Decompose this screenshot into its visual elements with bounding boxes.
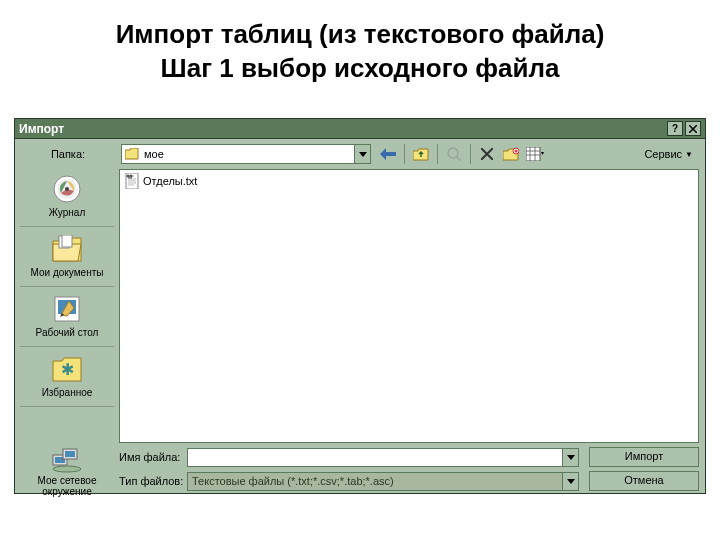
new-folder-icon: ✱: [503, 147, 519, 161]
folder-value: мое: [142, 148, 354, 160]
chevron-down-icon: ▼: [685, 150, 693, 159]
file-name: Отделы.txt: [143, 175, 197, 187]
new-folder-button[interactable]: ✱: [500, 143, 522, 165]
delete-icon: [481, 148, 493, 160]
dialog-bottom: Мое сетевое окружение Имя файла: Импорт …: [15, 443, 705, 499]
slide-title-line-1: Импорт таблиц (из текстового файла): [0, 18, 720, 52]
folder-dropdown-icon: [354, 145, 370, 163]
favorites-icon: ✱: [51, 353, 83, 385]
svg-point-6: [65, 187, 69, 191]
slide-title: Импорт таблиц (из текстового файла) Шаг …: [0, 18, 720, 86]
up-one-level-button[interactable]: [410, 143, 432, 165]
filename-value: [188, 449, 562, 466]
sidebar-item-label: Журнал: [20, 207, 114, 218]
text-file-icon: [124, 173, 140, 189]
svg-rect-8: [62, 235, 72, 247]
service-label: Сервис: [644, 148, 682, 160]
import-button-label: Импорт: [625, 450, 663, 462]
sidebar-item-label: Мои документы: [20, 267, 114, 278]
sidebar-item-favorites[interactable]: ✱ Избранное: [20, 351, 114, 407]
desktop-icon: [51, 293, 83, 325]
sidebar-item-desktop[interactable]: Рабочий стол: [20, 291, 114, 347]
svg-rect-3: [526, 147, 540, 161]
history-icon: [51, 173, 83, 205]
folder-toolbar: Папка: мое: [15, 139, 705, 169]
sidebar-item-label: Мое сетевое окружение: [15, 475, 119, 497]
dialog-body: Журнал Мои документы Рабочий стол ✱ Избр…: [15, 169, 705, 443]
folder-icon: [124, 146, 140, 162]
filename-combo[interactable]: [187, 448, 579, 467]
file-list[interactable]: Отделы.txt: [119, 169, 699, 443]
sidebar-item-history[interactable]: Журнал: [20, 171, 114, 227]
folder-combo[interactable]: мое: [121, 144, 371, 164]
service-menu[interactable]: Сервис ▼: [638, 146, 699, 162]
svg-point-15: [127, 175, 130, 178]
svg-rect-20: [65, 451, 75, 457]
help-button[interactable]: ?: [667, 121, 683, 136]
filename-label: Имя файла:: [119, 451, 187, 463]
close-icon: [689, 125, 697, 133]
back-arrow-icon: [380, 148, 396, 160]
import-dialog: Импорт ? Папка: мое: [14, 118, 706, 494]
cancel-button[interactable]: Отмена: [589, 471, 699, 491]
dialog-title: Импорт: [19, 122, 64, 136]
file-item[interactable]: Отделы.txt: [122, 172, 696, 190]
filetype-combo[interactable]: Текстовые файлы (*.txt;*.csv;*.tab;*.asc…: [187, 472, 579, 491]
filetype-label: Тип файлов:: [119, 475, 187, 487]
toolbar-icons: ✱: [377, 143, 546, 165]
slide-title-line-2: Шаг 1 выбор исходного файла: [0, 52, 720, 86]
my-documents-icon: [51, 233, 83, 265]
sidebar-item-my-documents[interactable]: Мои документы: [20, 231, 114, 287]
delete-button[interactable]: [476, 143, 498, 165]
svg-point-16: [130, 175, 133, 178]
svg-text:✱: ✱: [61, 361, 74, 378]
folder-up-icon: [413, 147, 429, 161]
sidebar-item-label: Избранное: [20, 387, 114, 398]
sidebar-item-label: Рабочий стол: [20, 327, 114, 338]
search-web-icon: [447, 147, 461, 161]
chevron-down-icon: [562, 449, 578, 466]
places-sidebar: Журнал Мои документы Рабочий стол ✱ Избр…: [15, 169, 119, 443]
svg-point-21: [53, 466, 81, 472]
back-button[interactable]: [377, 143, 399, 165]
svg-text:✱: ✱: [514, 148, 518, 154]
svg-point-0: [448, 148, 458, 158]
chevron-down-icon: [562, 473, 578, 490]
close-button[interactable]: [685, 121, 701, 136]
network-icon: [51, 445, 83, 475]
views-icon: [526, 147, 544, 161]
import-button[interactable]: Импорт: [589, 447, 699, 467]
cancel-button-label: Отмена: [624, 474, 663, 486]
views-button[interactable]: [524, 143, 546, 165]
folder-label: Папка:: [21, 148, 115, 160]
search-web-button[interactable]: [443, 143, 465, 165]
filetype-value: Текстовые файлы (*.txt;*.csv;*.tab;*.asc…: [188, 473, 562, 490]
dialog-titlebar: Импорт ?: [15, 119, 705, 139]
sidebar-item-network[interactable]: Мое сетевое окружение: [15, 445, 119, 497]
